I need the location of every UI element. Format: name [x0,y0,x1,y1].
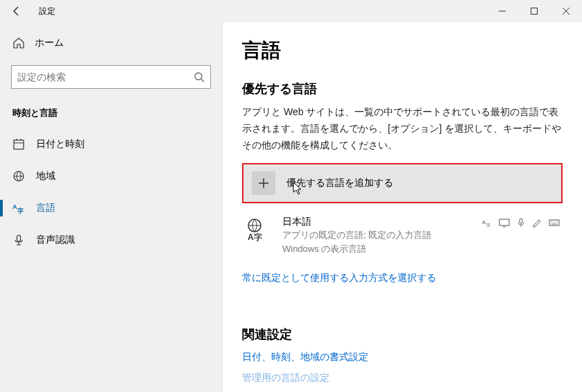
maximize-button[interactable] [518,0,550,22]
language-badges: A字 [482,216,560,228]
home-icon [12,37,25,49]
minimize-button[interactable] [486,0,518,22]
preferred-languages-description: アプリと Web サイトは、一覧の中でサポートされている最初の言語で表示されます… [242,104,563,153]
sidebar-item-label: 音声認識 [36,234,75,246]
svg-rect-2 [14,140,24,149]
back-button[interactable] [0,0,33,22]
sidebar: ホーム 時刻と言語 日付と時刻 地域 A字 言語 [0,22,222,392]
search-box[interactable] [11,65,211,89]
page-title: 言語 [242,37,563,64]
sidebar-item-language[interactable]: A字 言語 [0,194,222,222]
speech-icon [515,217,527,228]
home-nav[interactable]: ホーム [0,29,222,57]
sidebar-item-datetime[interactable]: 日付と時刻 [0,130,222,158]
language-subtitle: アプリの既定の言語; 既定の入力言語 [282,228,471,242]
related-link-admin-language[interactable]: 管理用の言語の設定 [242,372,563,384]
language-glyph-icon: A字 [245,216,271,242]
svg-text:A: A [12,203,17,210]
close-icon [563,8,570,15]
related-settings: 関連設定 日付、時刻、地域の書式設定 管理用の言語の設定 [242,326,563,384]
keyboard-icon [549,217,560,228]
related-link-datetime-format[interactable]: 日付、時刻、地域の書式設定 [242,351,563,364]
arrow-left-icon [11,6,22,17]
language-icon: A字 [12,202,25,214]
search-input[interactable] [17,71,194,83]
calendar-icon [12,138,25,151]
display-icon [499,217,510,228]
sidebar-item-speech[interactable]: 音声認識 [0,226,222,254]
text-to-speech-icon: A字 [482,217,493,228]
related-heading: 関連設定 [242,326,563,343]
svg-point-1 [195,73,202,80]
language-name: 日本語 [282,216,471,228]
sidebar-item-label: 言語 [36,202,55,214]
microphone-icon [12,234,25,246]
maximize-icon [531,8,538,15]
minimize-icon [499,8,506,15]
add-language-label: 優先する言語を追加する [286,177,393,189]
plus-icon [252,171,275,195]
home-label: ホーム [35,37,64,49]
main-content: 言語 優先する言語 アプリと Web サイトは、一覧の中でサポートされている最初… [222,22,582,392]
close-button[interactable] [550,0,582,22]
svg-rect-12 [520,219,522,223]
language-entry[interactable]: A字 日本語 アプリの既定の言語; 既定の入力言語 Windows の表示言語 … [242,212,563,259]
svg-rect-11 [499,219,509,225]
handwriting-icon [532,217,543,228]
svg-rect-0 [531,8,538,15]
sidebar-section-header: 時刻と言語 [0,94,222,126]
globe-icon [12,170,25,182]
titlebar: 設定 [0,0,582,22]
default-input-link[interactable]: 常に既定として使用する入力方式を選択する [242,272,563,284]
add-language-button[interactable]: 優先する言語を追加する [242,163,563,203]
svg-text:字: 字 [486,223,490,228]
window-title: 設定 [33,6,55,17]
sidebar-item-label: 地域 [36,170,55,182]
sidebar-item-label: 日付と時刻 [36,138,85,151]
sidebar-item-region[interactable]: 地域 [0,162,222,190]
search-icon [194,71,205,83]
svg-text:字: 字 [17,207,24,214]
language-subtitle: Windows の表示言語 [282,242,471,256]
svg-rect-6 [17,235,21,241]
svg-text:A字: A字 [248,232,262,242]
preferred-languages-heading: 優先する言語 [242,80,563,97]
